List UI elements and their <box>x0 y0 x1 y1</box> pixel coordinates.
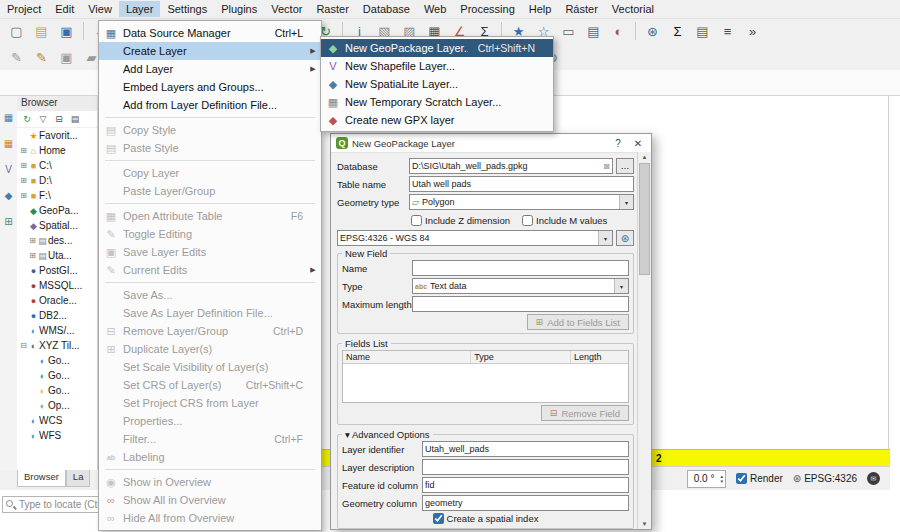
open-project[interactable]: ▤ <box>30 20 53 43</box>
browser-filter[interactable]: ▽ <box>35 111 51 127</box>
geometry-type-combobox[interactable]: ▱ Polygon ▾ <box>409 194 634 210</box>
browser-item-go[interactable]: ◐ Go... <box>17 383 97 398</box>
menu-item-create-layer[interactable]: Create Layer ▶ <box>99 42 321 60</box>
layer-identifier-input[interactable]: Utah_well_pads <box>422 441 629 457</box>
browser-refresh[interactable]: ↻ <box>19 111 35 127</box>
submenu-item-create-new-gpx-layer[interactable]: ◆ Create new GPX layer <box>321 111 553 129</box>
browser-item-wcs[interactable]: ◐ WCS <box>17 413 97 428</box>
layer-description-input[interactable] <box>422 459 629 475</box>
render-checkbox[interactable] <box>736 473 747 484</box>
menu-item-current-edits[interactable]: ✎ Current Edits ▶ <box>99 261 321 279</box>
panel-tab-la[interactable]: La <box>66 470 91 487</box>
browser-item-postgi[interactable]: ● PostGI... <box>17 263 97 278</box>
menubar-database[interactable]: Database <box>356 1 417 17</box>
browser-item-d[interactable]: ⊞ ■ D:\ <box>17 173 97 188</box>
include-m-checkbox[interactable]: Include M values <box>522 215 607 226</box>
chevron-down-icon[interactable]: ▾ <box>614 279 628 293</box>
field-name-input[interactable] <box>412 260 629 276</box>
menu-item-hide-all-from-overview[interactable]: ∞ Hide All from Overview <box>99 509 321 527</box>
menu-item-labeling[interactable]: ab Labeling <box>99 448 321 466</box>
menu-item-copy-style[interactable]: ▤ Copy Style <box>99 121 321 139</box>
messages-icon[interactable]: ✉ <box>867 472 880 485</box>
dialog-scrollbar[interactable]: ▲ ▼ <box>637 152 651 529</box>
toolbar-options[interactable]: ≡ <box>716 20 739 43</box>
menu-item-data-source-manager[interactable]: ▦ Data Source Manager Ctrl+L <box>99 24 321 42</box>
expander-icon[interactable]: ⊞ <box>19 176 28 185</box>
expander-icon[interactable]: ⊞ <box>19 191 28 200</box>
menu-item-toggle-editing[interactable]: ✎ Toggle Editing <box>99 225 321 243</box>
show-layout-manager[interactable]: ▤ <box>582 20 605 43</box>
browser-options[interactable]: ▤ <box>67 111 83 127</box>
expander-icon[interactable]: ⊟ <box>19 341 28 350</box>
menu-item-save-layer-edits[interactable]: ▣ Save Layer Edits <box>99 243 321 261</box>
expander-icon[interactable]: ⊞ <box>19 161 28 170</box>
browser-item-des[interactable]: ⊞ ▤ des... <box>17 233 97 248</box>
expander-icon[interactable]: ⊞ <box>28 251 37 260</box>
menu-item-properties[interactable]: Properties... <box>99 412 321 430</box>
scroll-down-icon[interactable]: ▼ <box>642 519 648 529</box>
data-source-manager[interactable]: ▦ <box>0 105 17 129</box>
browser-item-mssql[interactable]: ● MSSQL... <box>17 278 97 293</box>
browser-item-f[interactable]: ⊞ ■ F:\ <box>17 188 97 203</box>
browser-item-home[interactable]: ⊞ ⌂ Home <box>17 143 97 158</box>
menubar-edit[interactable]: Edit <box>48 1 81 17</box>
expander-icon[interactable]: ⊞ <box>19 146 28 155</box>
dialog-close-button[interactable]: ✕ <box>630 138 646 149</box>
spinner-arrows[interactable]: ▴ ▾ <box>720 474 723 484</box>
expander-icon[interactable]: ⊞ <box>28 236 37 245</box>
menubar-help[interactable]: Help <box>522 1 559 17</box>
add-raster-layer[interactable]: ▦ <box>0 131 17 155</box>
menubar-plugins[interactable]: Plugins <box>214 1 264 17</box>
processing-toolbox[interactable]: ⊛ <box>641 20 664 43</box>
crs-combobox[interactable]: EPSG:4326 - WGS 84 ▾ <box>337 230 613 246</box>
menu-item-paste-layer-group[interactable]: Paste Layer/Group <box>99 182 321 200</box>
submenu-item-new-geopackage-layer[interactable]: ◆ New GeoPackage Layer... Ctrl+Shift+N <box>321 39 553 57</box>
menu-item-show-all-in-overview[interactable]: ∞ Show All in Overview <box>99 491 321 509</box>
submenu-item-new-spatialite-layer[interactable]: ◆ New SpatiaLite Layer... <box>321 75 553 93</box>
dialog-help-button[interactable]: ? <box>610 138 626 149</box>
browser-item-db2[interactable]: ● DB2... <box>17 308 97 323</box>
toolbar-overflow[interactable]: » <box>741 20 764 43</box>
render-toggle[interactable]: Render <box>736 473 783 484</box>
scrollbar-thumb[interactable] <box>639 163 650 275</box>
style-manager[interactable]: ◐ <box>607 20 630 43</box>
menu-item-open-attribute-table[interactable]: ▦ Open Attribute Table F6 <box>99 207 321 225</box>
browser-item-favorit[interactable]: ★ Favorit... <box>17 128 97 143</box>
spin-down-icon[interactable]: ▾ <box>720 479 723 484</box>
add-spatialite-layer[interactable]: ◆ <box>0 183 17 207</box>
save-project[interactable]: ▣ <box>55 20 78 43</box>
menubar-project[interactable]: Project <box>0 1 48 17</box>
menu-item-set-project-crs-from-layer[interactable]: Set Project CRS from Layer <box>99 394 321 412</box>
include-m-input[interactable] <box>522 215 533 226</box>
include-z-checkbox[interactable]: Include Z dimension <box>411 215 510 226</box>
table-name-input[interactable]: Utah well pads <box>409 176 634 192</box>
menubar-vectorial[interactable]: Vectorial <box>605 1 661 17</box>
menu-item-add-from-layer-definition-file[interactable]: Add from Layer Definition File... <box>99 96 321 114</box>
menu-item-paste-style[interactable]: ▤ Paste Style <box>99 139 321 157</box>
browser-item-uta[interactable]: ⊞ ▤ Uta... <box>17 248 97 263</box>
menubar-web[interactable]: Web <box>417 1 453 17</box>
spatial-index-input[interactable] <box>433 513 444 524</box>
menu-item-add-layer[interactable]: Add Layer ▶ <box>99 60 321 78</box>
menu-item-save-as[interactable]: Save As... <box>99 286 321 304</box>
geometry-column-input[interactable]: geometry <box>422 495 629 511</box>
browser-item-wfs[interactable]: ◐ WFS <box>17 428 97 443</box>
browser-item-go[interactable]: ◐ Go... <box>17 353 97 368</box>
feature-id-input[interactable]: fid <box>422 477 629 493</box>
browser-item-wms[interactable]: ◐ WMS/... <box>17 323 97 338</box>
select-crs-button[interactable]: ⊛ <box>616 230 634 246</box>
fields-list-body[interactable] <box>343 364 628 402</box>
menubar-processing[interactable]: Processing <box>453 1 521 17</box>
menu-item-embed-layers-and-groups[interactable]: Embed Layers and Groups... <box>99 78 321 96</box>
max-length-input[interactable] <box>412 296 629 312</box>
browser-item-go[interactable]: ◐ Go... <box>17 368 97 383</box>
save-layer-edits[interactable]: ▣ <box>55 46 78 69</box>
current-edits[interactable]: ✎ <box>5 46 28 69</box>
menu-item-filter[interactable]: Filter... Ctrl+F <box>99 430 321 448</box>
panel-tab-browser[interactable]: Browser <box>17 470 66 487</box>
add-to-fields-list-button[interactable]: ⊞ Add to Fields List <box>527 314 629 330</box>
browser-collapse-all[interactable]: ⊟ <box>51 111 67 127</box>
database-input[interactable]: D:\SIG\Utah_well_pads.gpkg ⊠ <box>409 158 613 174</box>
menu-item-remove-layer-group[interactable]: ⊟ Remove Layer/Group Ctrl+D <box>99 322 321 340</box>
browser-item-c[interactable]: ⊞ ■ C:\ <box>17 158 97 173</box>
